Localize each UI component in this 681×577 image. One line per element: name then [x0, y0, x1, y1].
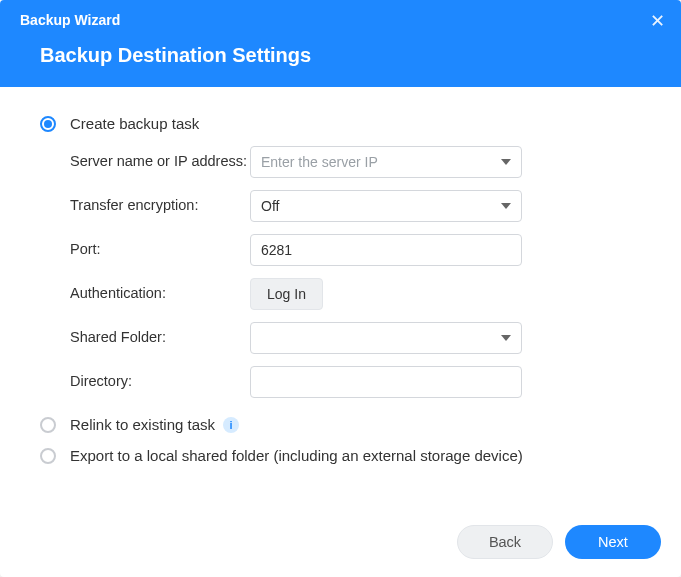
label-auth: Authentication:	[70, 278, 250, 304]
option-relink-label: Relink to existing task	[70, 416, 215, 433]
directory-input[interactable]	[250, 366, 522, 398]
label-shared-folder: Shared Folder:	[70, 322, 250, 348]
radio-selected-icon	[40, 116, 56, 132]
row-directory: Directory:	[70, 366, 641, 398]
row-auth: Authentication: Log In	[70, 278, 641, 310]
wizard-header: Backup Wizard Backup Destination Setting…	[0, 0, 681, 87]
info-icon[interactable]: i	[223, 417, 239, 433]
encryption-select-value: Off	[261, 198, 279, 214]
create-backup-form: Server name or IP address: Enter the ser…	[70, 146, 641, 398]
row-server: Server name or IP address: Enter the ser…	[70, 146, 641, 178]
login-button[interactable]: Log In	[250, 278, 323, 310]
option-export-label: Export to a local shared folder (includi…	[70, 447, 523, 464]
option-create-label: Create backup task	[70, 115, 199, 132]
backup-wizard-window: Backup Wizard Backup Destination Setting…	[0, 0, 681, 577]
chevron-down-icon	[501, 159, 511, 165]
chevron-down-icon	[501, 335, 511, 341]
server-select[interactable]: Enter the server IP	[250, 146, 522, 178]
option-export[interactable]: Export to a local shared folder (includi…	[40, 447, 641, 464]
window-title: Backup Wizard	[20, 12, 661, 28]
option-create-backup[interactable]: Create backup task	[40, 115, 641, 132]
page-title: Backup Destination Settings	[40, 44, 661, 67]
row-port: Port:	[70, 234, 641, 266]
next-button[interactable]: Next	[565, 525, 661, 559]
close-icon[interactable]: ✕	[650, 10, 665, 32]
label-encryption: Transfer encryption:	[70, 190, 250, 216]
row-encryption: Transfer encryption: Off	[70, 190, 641, 222]
label-server: Server name or IP address:	[70, 146, 250, 172]
radio-unselected-icon	[40, 448, 56, 464]
back-button[interactable]: Back	[457, 525, 553, 559]
option-relink[interactable]: Relink to existing task i	[40, 416, 641, 433]
wizard-footer: Back Next	[0, 509, 681, 577]
server-select-placeholder: Enter the server IP	[261, 154, 378, 170]
wizard-body: Create backup task Server name or IP add…	[0, 87, 681, 509]
shared-folder-select[interactable]	[250, 322, 522, 354]
radio-unselected-icon	[40, 417, 56, 433]
label-directory: Directory:	[70, 366, 250, 392]
row-shared-folder: Shared Folder:	[70, 322, 641, 354]
port-input[interactable]	[250, 234, 522, 266]
chevron-down-icon	[501, 203, 511, 209]
label-port: Port:	[70, 234, 250, 260]
encryption-select[interactable]: Off	[250, 190, 522, 222]
